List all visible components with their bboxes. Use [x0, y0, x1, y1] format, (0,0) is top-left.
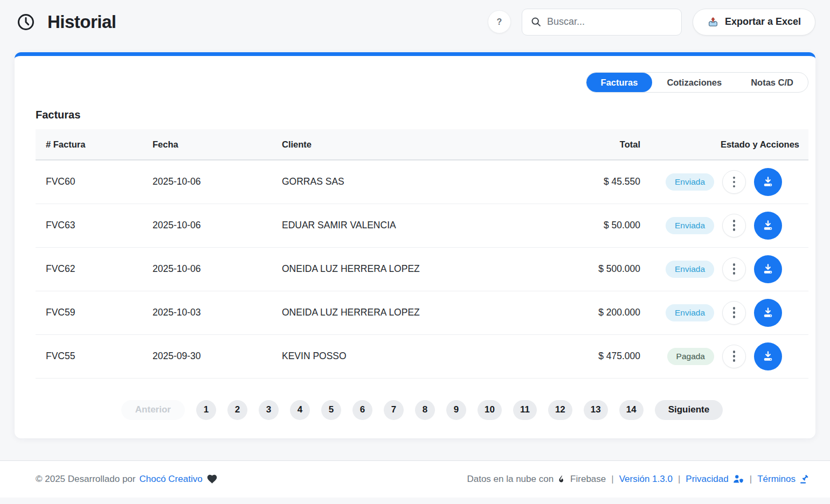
page-button-1[interactable]: 1	[196, 400, 216, 420]
invoice-total-cell: $ 50.000	[532, 204, 651, 247]
page-button-11[interactable]: 11	[513, 400, 537, 420]
invoice-actions: Enviada	[661, 255, 798, 283]
invoice-date-cell: 2025-09-30	[142, 334, 272, 378]
firebase-flame-icon	[557, 474, 566, 484]
page-button-2[interactable]: 2	[227, 400, 247, 420]
download-icon	[762, 219, 774, 232]
export-label: Exportar a Excel	[725, 16, 801, 27]
page-header: Historial ? Exportar a Excel	[0, 0, 830, 40]
invoice-date-cell: 2025-10-06	[142, 247, 272, 291]
invoice-date-cell: 2025-10-03	[142, 291, 272, 334]
download-pdf-button[interactable]	[754, 212, 782, 240]
pagination: Anterior 1234567891011121314 Siguiente	[36, 400, 808, 420]
export-icon	[707, 16, 719, 28]
page-button-10[interactable]: 10	[478, 400, 502, 420]
table-row: FVC62 2025-10-06 ONEIDA LUZ HERRERA LOPE…	[36, 247, 808, 291]
column-header-estado-acciones: Estado y Acciones	[651, 129, 808, 160]
footer-copyright: © 2025 Desarrollado por Chocó Creativo	[36, 473, 218, 485]
footer-info: Datos en la nube con Firebase | Versión …	[467, 474, 810, 485]
page-button-13[interactable]: 13	[584, 400, 608, 420]
column-header-total: Total	[532, 129, 651, 160]
page-button-5[interactable]: 5	[321, 400, 341, 420]
more-options-button[interactable]	[722, 170, 746, 194]
download-pdf-button[interactable]	[754, 255, 782, 283]
column-header-cliente: Cliente	[272, 129, 532, 160]
clock-icon	[16, 12, 36, 32]
status-badge: Enviada	[666, 304, 714, 321]
download-icon	[762, 263, 774, 276]
invoice-date-cell: 2025-10-06	[142, 160, 272, 204]
invoice-number-cell: FVC63	[36, 204, 142, 247]
column-header-factura: # Factura	[36, 129, 142, 160]
invoice-client-cell: ONEIDA LUZ HERRERA LOPEZ	[272, 291, 532, 334]
page-button-14[interactable]: 14	[619, 400, 644, 420]
tab-cotizaciones[interactable]: Cotizaciones	[652, 73, 736, 92]
status-badge: Enviada	[666, 261, 714, 278]
invoice-total-cell: $ 45.550	[532, 160, 651, 204]
next-page-button[interactable]: Siguiente	[655, 400, 723, 420]
copyright-text: © 2025 Desarrollado por	[36, 474, 135, 485]
download-pdf-button[interactable]	[754, 299, 782, 327]
page-button-6[interactable]: 6	[352, 400, 372, 420]
table-row: FVC55 2025-09-30 KEVIN POSSO $ 475.000 P…	[36, 334, 808, 378]
tab-group: FacturasCotizacionesNotas C/D	[586, 72, 808, 93]
status-badge: Pagada	[667, 348, 714, 365]
terms-link[interactable]: Términos	[757, 474, 796, 485]
invoice-actions: Enviada	[661, 212, 798, 240]
history-card: FacturasCotizacionesNotas C/D Facturas #…	[15, 52, 815, 438]
kebab-icon	[733, 220, 736, 222]
firebase-text: Firebase	[570, 474, 606, 485]
export-excel-button[interactable]: Exportar a Excel	[693, 9, 815, 36]
table-row: FVC63 2025-10-06 EDUAR SAMIR VALENCIA $ …	[36, 204, 808, 247]
invoice-total-cell: $ 200.000	[532, 291, 651, 334]
footer: © 2025 Desarrollado por Chocó Creativo D…	[0, 460, 830, 498]
privacy-user-icon	[732, 474, 744, 484]
privacy-link[interactable]: Privacidad	[686, 474, 728, 485]
page-button-7[interactable]: 7	[384, 400, 404, 420]
search-input[interactable]	[547, 16, 673, 27]
column-header-fecha: Fecha	[142, 129, 272, 160]
page-button-9[interactable]: 9	[446, 400, 466, 420]
page-button-8[interactable]: 8	[415, 400, 435, 420]
invoice-client-cell: KEVIN POSSO	[272, 334, 532, 378]
table-row: FVC59 2025-10-03 ONEIDA LUZ HERRERA LOPE…	[36, 291, 808, 334]
invoice-client-cell: ONEIDA LUZ HERRERA LOPEZ	[272, 247, 532, 291]
kebab-icon	[733, 307, 736, 310]
invoice-number-cell: FVC62	[36, 247, 142, 291]
more-options-button[interactable]	[722, 257, 746, 281]
invoice-actions: Enviada	[661, 299, 798, 327]
more-options-button[interactable]	[722, 214, 746, 237]
invoice-total-cell: $ 475.000	[532, 334, 651, 378]
more-options-button[interactable]	[722, 301, 746, 325]
status-badge: Enviada	[666, 173, 714, 191]
invoice-number-cell: FVC55	[36, 334, 142, 378]
search-icon	[530, 16, 542, 27]
help-button[interactable]: ?	[488, 10, 511, 33]
page-button-4[interactable]: 4	[290, 400, 310, 420]
download-pdf-button[interactable]	[754, 342, 782, 370]
separator: |	[750, 474, 752, 485]
kebab-icon	[733, 263, 736, 266]
page-button-3[interactable]: 3	[259, 400, 279, 420]
separator: |	[611, 474, 613, 485]
tab-notas-c-d[interactable]: Notas C/D	[736, 73, 808, 92]
download-icon	[762, 306, 774, 319]
kebab-icon	[733, 351, 736, 353]
version-link[interactable]: Versión 1.3.0	[619, 474, 673, 485]
download-icon	[762, 176, 774, 188]
invoice-actions: Enviada	[661, 168, 798, 196]
search-box[interactable]	[522, 9, 682, 36]
heart-icon	[206, 473, 218, 485]
prev-page-button[interactable]: Anterior	[121, 400, 185, 420]
invoice-client-cell: EDUAR SAMIR VALENCIA	[272, 204, 532, 247]
more-options-button[interactable]	[722, 345, 746, 368]
tab-facturas[interactable]: Facturas	[586, 73, 653, 92]
page-button-12[interactable]: 12	[548, 400, 572, 420]
status-badge: Enviada	[666, 217, 714, 234]
table-header-row: # Factura Fecha Cliente Total Estado y A…	[36, 129, 808, 160]
download-pdf-button[interactable]	[754, 168, 782, 196]
invoice-client-cell: GORRAS SAS	[272, 160, 532, 204]
table-row: FVC60 2025-10-06 GORRAS SAS $ 45.550 Env…	[36, 160, 808, 204]
invoice-table-body: FVC60 2025-10-06 GORRAS SAS $ 45.550 Env…	[36, 160, 808, 378]
brand-link[interactable]: Chocó Creativo	[139, 474, 202, 485]
